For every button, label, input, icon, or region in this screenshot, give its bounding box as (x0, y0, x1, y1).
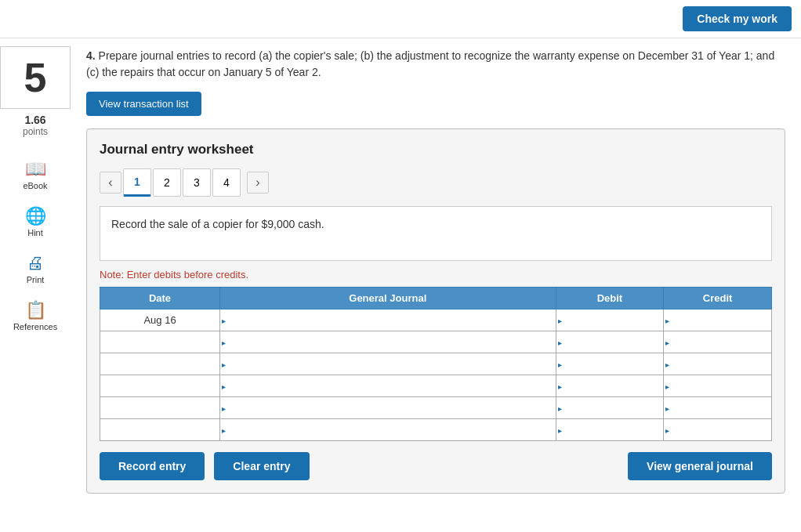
col-header-general: General Journal (220, 288, 556, 309)
table-cell-date[interactable] (100, 419, 220, 441)
sidebar-item-hint[interactable]: 🌐 Hint (10, 200, 60, 244)
col-header-credit: Credit (664, 288, 772, 309)
table-cell-credit[interactable] (664, 419, 772, 441)
table-row (100, 419, 772, 441)
view-transaction-list-button[interactable]: View transaction list (86, 92, 201, 116)
sidebar-label-ebook: eBook (23, 181, 47, 190)
tab-4-button[interactable]: 4 (212, 168, 241, 197)
sidebar-label-hint: Hint (27, 228, 43, 237)
table-cell-debit[interactable] (556, 331, 664, 353)
table-cell-date[interactable] (100, 375, 220, 397)
table-cell-credit[interactable] (664, 309, 772, 331)
table-cell-credit[interactable] (664, 331, 772, 353)
table-cell-general[interactable] (220, 419, 556, 441)
view-general-journal-button[interactable]: View general journal (628, 452, 772, 480)
sidebar-label-references: References (13, 322, 57, 331)
sidebar-item-ebook[interactable]: 📖 eBook (10, 153, 60, 197)
table-cell-date[interactable] (100, 353, 220, 375)
bottom-buttons: Record entry Clear entry View general jo… (100, 452, 772, 480)
tab-prev-button[interactable]: ‹ (100, 172, 121, 194)
hint-icon: 🌐 (25, 206, 46, 226)
table-cell-general[interactable] (220, 309, 556, 331)
table-cell-general[interactable] (220, 331, 556, 353)
question-text-main: Prepare journal entries to record (a) th… (86, 49, 774, 78)
note-text: Note: Enter debits before credits. (100, 269, 772, 280)
table-cell-debit[interactable] (556, 397, 664, 419)
body-row: 5 1.66 points 📖 eBook 🌐 Hint 🖨 Print 📋 R… (0, 38, 801, 503)
worksheet-title: Journal entry worksheet (100, 142, 772, 157)
tabs-container: ‹ 1 2 3 4 › (100, 168, 772, 197)
table-cell-debit[interactable] (556, 353, 664, 375)
points-value: 1.66 (23, 114, 48, 126)
table-cell-date[interactable]: Aug 16 (100, 309, 220, 331)
table-row (100, 353, 772, 375)
table-cell-date[interactable] (100, 397, 220, 419)
table-cell-credit[interactable] (664, 353, 772, 375)
table-cell-debit[interactable] (556, 309, 664, 331)
worksheet-box: Journal entry worksheet ‹ 1 2 3 4 › Reco… (86, 128, 785, 494)
table-cell-credit[interactable] (664, 397, 772, 419)
question-text: 4. Prepare journal entries to record (a)… (86, 48, 785, 81)
table-row (100, 375, 772, 397)
clear-entry-button[interactable]: Clear entry (214, 452, 309, 480)
table-cell-general[interactable] (220, 353, 556, 375)
sidebar: 📖 eBook 🌐 Hint 🖨 Print 📋 References (4, 145, 67, 338)
sidebar-item-references[interactable]: 📋 References (10, 294, 60, 338)
table-cell-credit[interactable] (664, 375, 772, 397)
instruction-text: Record the sale of a copier for $9,000 c… (111, 218, 324, 230)
table-cell-debit[interactable] (556, 375, 664, 397)
points-label: points (23, 126, 48, 137)
instruction-box: Record the sale of a copier for $9,000 c… (100, 206, 772, 261)
table-row (100, 397, 772, 419)
top-bar: Check my work (0, 0, 801, 38)
table-cell-general[interactable] (220, 397, 556, 419)
tab-next-button[interactable]: › (247, 172, 269, 194)
left-column: 5 1.66 points 📖 eBook 🌐 Hint 🖨 Print 📋 R… (0, 38, 71, 503)
table-row: Aug 16 (100, 309, 772, 331)
check-work-button[interactable]: Check my work (683, 6, 792, 31)
table-row (100, 331, 772, 353)
table-cell-debit[interactable] (556, 419, 664, 441)
table-cell-general[interactable] (220, 375, 556, 397)
record-entry-button[interactable]: Record entry (100, 452, 205, 480)
journal-table: Date General Journal Debit Credit Aug 16 (100, 287, 772, 441)
tab-1-button[interactable]: 1 (123, 168, 151, 197)
tab-2-button[interactable]: 2 (153, 168, 181, 197)
ebook-icon: 📖 (25, 159, 46, 179)
question-number-inline: 4. (86, 49, 96, 62)
col-header-debit: Debit (556, 288, 664, 309)
table-cell-date[interactable] (100, 331, 220, 353)
col-header-date: Date (100, 288, 220, 309)
tab-3-button[interactable]: 3 (183, 168, 211, 197)
print-icon: 🖨 (27, 253, 44, 273)
sidebar-item-print[interactable]: 🖨 Print (10, 247, 60, 291)
question-number: 5 (0, 46, 71, 109)
sidebar-label-print: Print (27, 275, 45, 284)
references-icon: 📋 (25, 300, 46, 320)
content-area: 4. Prepare journal entries to record (a)… (71, 38, 801, 503)
